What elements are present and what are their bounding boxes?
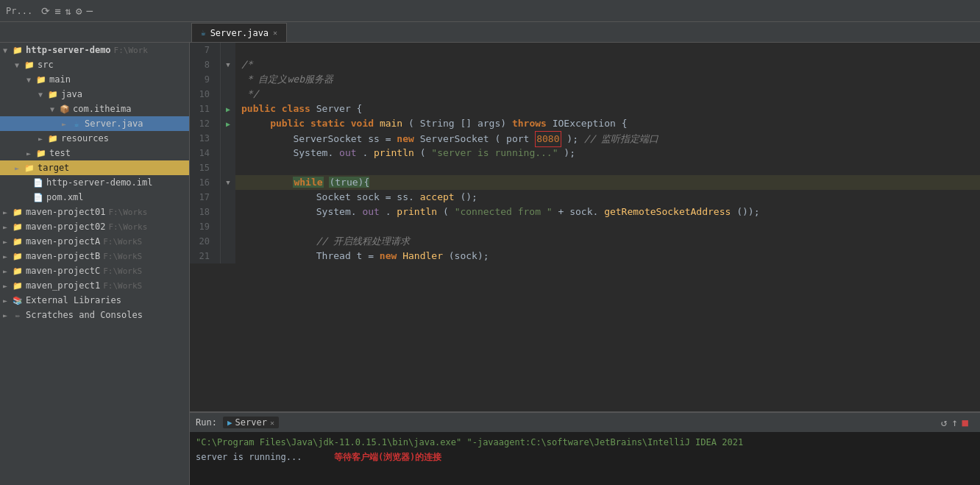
method-handler: Handler: [402, 250, 443, 261]
tree-item-server-java[interactable]: ► ☕ Server.java: [0, 116, 189, 131]
minimize-icon[interactable]: ─: [86, 5, 92, 17]
code-container: 7 8 9 10 11 12 13 14 15 16 17 18 19 20 2…: [190, 43, 980, 263]
keyword-throws: throws: [512, 118, 547, 129]
gutter-16[interactable]: ▼: [221, 175, 235, 190]
folder-icon: 📁: [12, 250, 24, 262]
gutter-11[interactable]: ▶: [221, 102, 235, 116]
run-icon-11[interactable]: ▶: [226, 105, 230, 113]
tree-label: maven_project1: [26, 280, 100, 291]
expand-arrow[interactable]: ▼: [50, 105, 59, 113]
tree-item-mavenB[interactable]: ► 📁 maven-projectB F:\WorkS: [0, 249, 189, 263]
code-editor[interactable]: 7 8 9 10 11 12 13 14 15 16 17 18 19 20 2…: [190, 43, 980, 411]
keyword-new: new: [397, 133, 413, 144]
xml-icon: 📄: [32, 191, 44, 203]
expand-arrow[interactable]: ►: [62, 120, 71, 128]
code-line-7: [235, 43, 980, 57]
editor-gutter: ▼ ▶ ▶ ▼: [221, 43, 235, 263]
code-line-18: System. out . println ( "connected from …: [235, 205, 980, 219]
gutter-8[interactable]: ▼: [221, 57, 235, 72]
server-tab[interactable]: ▶ Server ✕: [223, 417, 279, 428]
expand-arrow[interactable]: ►: [3, 267, 12, 275]
path-label: F:\WorkS: [103, 237, 142, 247]
fold-icon-8[interactable]: ▼: [226, 61, 230, 68]
indent17: [241, 191, 310, 202]
gutter-9: [221, 72, 235, 87]
title-bar-left: Pr... ⟳ ≡ ⇅ ⚙ ─: [6, 5, 93, 17]
expand-arrow[interactable]: ►: [3, 223, 12, 231]
settings-icon[interactable]: ⚙: [76, 5, 82, 17]
tree-label: maven-projectA: [26, 236, 100, 247]
expand-arrow[interactable]: ▼: [3, 46, 12, 54]
tree-item-scratches[interactable]: ► ✏ Scratches and Consoles: [0, 308, 189, 322]
tree-item-maven02[interactable]: ► 📁 maven-project02 F:\Works: [0, 219, 189, 234]
expand-arrow[interactable]: ►: [3, 208, 12, 216]
expand-arrow[interactable]: ▼: [26, 76, 35, 84]
tree-item-iml[interactable]: 📄 http-server-demo.iml: [0, 175, 189, 190]
line-num-16: 16: [190, 175, 214, 190]
tree-item-src[interactable]: ▼ 📁 src: [0, 57, 189, 72]
tree-item-http-server-demo[interactable]: ▼ 📁 http-server-demo F:\Work: [0, 43, 189, 57]
line-num-11: 11: [190, 102, 214, 116]
type-thread: Thread: [316, 250, 351, 261]
expand-arrow[interactable]: ►: [3, 282, 12, 290]
expand-arrow[interactable]: ►: [3, 238, 12, 246]
expand-arrow[interactable]: ►: [15, 164, 24, 172]
string-connected: "connected from ": [455, 206, 553, 217]
server-tab-icon: ▶: [227, 418, 232, 428]
tree-item-mavenA[interactable]: ► 📁 maven-projectA F:\WorkS: [0, 234, 189, 249]
line-num-17: 17: [190, 190, 214, 205]
line-num-10: 10: [190, 87, 214, 102]
tree-label: main: [49, 74, 71, 85]
restart-icon[interactable]: ↺: [941, 417, 947, 428]
expand-arrow[interactable]: ►: [3, 311, 12, 319]
line-num-20: 20: [190, 234, 214, 249]
tabs-bar: ☕ Server.java ✕: [0, 22, 980, 43]
run-icon-12[interactable]: ▶: [226, 120, 230, 128]
expand-arrow[interactable]: ▼: [15, 61, 24, 69]
tree-item-com-itheima[interactable]: ▼ 📦 com.itheima: [0, 102, 189, 116]
tree-item-mavenC[interactable]: ► 📁 maven-projectC F:\WorkS: [0, 263, 189, 278]
tree-item-resources[interactable]: ► 📁 resources: [0, 131, 189, 146]
expand-arrow[interactable]: ►: [26, 149, 35, 157]
indent16: [241, 177, 288, 188]
stop-icon[interactable]: ■: [962, 417, 968, 428]
path-label: F:\WorkS: [103, 266, 142, 276]
sync-icon[interactable]: ⟳: [41, 5, 50, 17]
structure-icon[interactable]: ≡: [54, 5, 60, 17]
split-icon[interactable]: ⇅: [65, 5, 71, 17]
tree-item-maven1[interactable]: ► 📁 maven_project1 F:\WorkS: [0, 278, 189, 293]
class-name: Server: [316, 103, 351, 114]
tree-label: Server.java: [85, 118, 143, 129]
tab-close-button[interactable]: ✕: [273, 29, 277, 37]
gutter-12[interactable]: ▶: [221, 116, 235, 131]
project-title: Pr...: [6, 6, 32, 16]
expand-arrow[interactable]: ►: [3, 297, 12, 305]
expand-arrow[interactable]: ►: [38, 135, 47, 143]
tree-item-main[interactable]: ▼ 📁 main: [0, 72, 189, 87]
string-type: String: [420, 118, 455, 129]
fold-icon-16[interactable]: ▼: [226, 179, 230, 186]
field-out: out: [339, 147, 356, 158]
type-serversocket: ServerSocket: [293, 133, 362, 144]
bracket: []: [460, 118, 477, 129]
expand-arrow[interactable]: ►: [3, 252, 12, 261]
expand-arrow[interactable]: ▼: [38, 91, 47, 99]
run-output-line: server is running... 等待客户端(浏览器)的连接: [196, 450, 974, 464]
string-running: "server is running...": [431, 147, 558, 158]
tree-label: http-server-demo.iml: [46, 177, 153, 188]
tree-item-maven01[interactable]: ► 📁 maven-project01 F:\Works: [0, 205, 189, 219]
tree-item-external-libs[interactable]: ► 📚 External Libraries: [0, 293, 189, 308]
tree-item-target[interactable]: ► 📁 target: [0, 160, 189, 175]
server-tab-close[interactable]: ✕: [270, 419, 274, 427]
line-num-9: 9: [190, 72, 214, 87]
tree-item-java[interactable]: ▼ 📁 java: [0, 87, 189, 102]
code-line-17: Socket sock = ss. accept ();: [235, 190, 980, 205]
scroll-up-icon[interactable]: ↑: [951, 417, 957, 428]
title-bar-icons: ⟳ ≡ ⇅ ⚙ ─: [41, 5, 93, 17]
tree-item-pom[interactable]: 📄 pom.xml: [0, 190, 189, 205]
folder-icon: 📁: [35, 147, 47, 159]
tree-label: pom.xml: [46, 192, 84, 202]
tab-server-java[interactable]: ☕ Server.java ✕: [191, 23, 287, 42]
tree-item-test[interactable]: ► 📁 test: [0, 146, 189, 160]
comment-close: */: [241, 88, 258, 99]
